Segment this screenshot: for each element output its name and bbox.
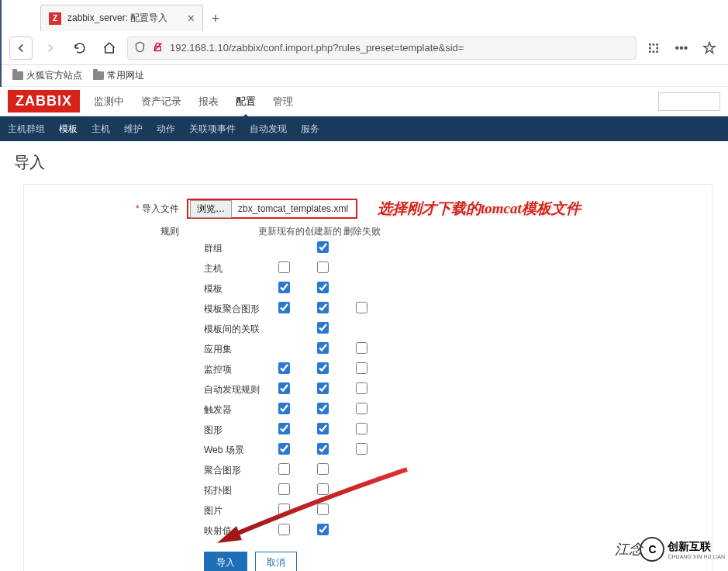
file-input-box[interactable]: 浏览… zbx_tomcat_templates.xml	[187, 199, 357, 219]
rule-checkbox-create[interactable]	[317, 282, 329, 293]
page-title: 导入	[0, 141, 728, 184]
star-icon[interactable]	[699, 37, 720, 59]
shield-icon[interactable]	[134, 41, 146, 55]
rule-checkbox-create[interactable]	[317, 342, 329, 354]
rule-row: Web 场景	[32, 440, 704, 460]
rule-label: 群组	[32, 242, 264, 255]
rule-checkbox-create[interactable]	[317, 302, 329, 313]
rule-checkbox-create[interactable]	[317, 443, 329, 455]
svg-rect-7	[649, 50, 651, 53]
close-tab-icon[interactable]: ×	[188, 12, 195, 26]
rule-checkbox-delete[interactable]	[356, 443, 367, 455]
svg-rect-5	[649, 47, 651, 49]
sub-nav-item[interactable]: 关联项事件	[189, 123, 236, 136]
rule-checkbox-create[interactable]	[317, 504, 329, 515]
rule-checkbox-update[interactable]	[278, 362, 290, 374]
rule-checkbox-update[interactable]	[278, 282, 290, 293]
rule-checkbox-create[interactable]	[317, 403, 329, 414]
sub-nav-item[interactable]: 服务	[301, 123, 319, 136]
reload-button[interactable]	[68, 36, 91, 60]
rule-row: 图片	[32, 500, 704, 521]
qr-icon[interactable]	[643, 37, 664, 59]
rule-checkbox-update[interactable]	[278, 463, 290, 475]
rule-row: 拓扑图	[32, 480, 704, 500]
sub-nav-item[interactable]: 模板	[59, 123, 78, 136]
rule-checkbox-update[interactable]	[278, 261, 290, 273]
svg-rect-9	[656, 50, 658, 53]
rule-row: 模板	[32, 279, 704, 299]
rule-row: 聚合图形	[32, 460, 704, 480]
sub-nav-item[interactable]: 动作	[157, 123, 175, 136]
url-text: 192.168.1.10/zabbix/conf.import.php?rule…	[170, 42, 630, 54]
rule-checkbox-create[interactable]	[317, 241, 329, 253]
back-button[interactable]	[9, 36, 33, 60]
cancel-button[interactable]: 取消	[255, 552, 297, 571]
browse-button[interactable]: 浏览…	[190, 200, 232, 218]
folder-icon	[12, 71, 23, 80]
col-create: 创建新的	[305, 225, 343, 238]
import-button[interactable]: 导入	[204, 552, 247, 571]
rule-checkbox-create[interactable]	[317, 261, 329, 273]
main-nav-item[interactable]: 管理	[273, 95, 293, 109]
rule-checkbox-update[interactable]	[278, 403, 290, 414]
more-icon[interactable]: •••	[671, 37, 692, 59]
sub-nav-item[interactable]: 维护	[124, 123, 143, 136]
rule-label: 聚合图形	[32, 464, 264, 477]
new-tab-button[interactable]: +	[203, 6, 228, 31]
rule-checkbox-delete[interactable]	[356, 382, 367, 394]
main-nav-item[interactable]: 报表	[198, 95, 219, 109]
rule-checkbox-delete[interactable]	[356, 403, 367, 414]
rule-checkbox-create[interactable]	[317, 423, 329, 434]
rule-checkbox-create[interactable]	[317, 362, 329, 374]
rule-checkbox-update[interactable]	[278, 443, 290, 455]
home-button[interactable]	[98, 36, 121, 60]
rule-checkbox-create[interactable]	[317, 463, 329, 475]
header-search[interactable]	[658, 92, 720, 111]
rule-row: 触发器	[32, 400, 704, 420]
rule-label: 监控项	[32, 363, 264, 376]
rule-row: 监控项	[32, 359, 704, 379]
main-nav-item[interactable]: 配置	[236, 95, 256, 109]
bookmark-bar: 火狐官方站点 常用网址	[2, 65, 728, 87]
sub-nav-item[interactable]: 主机群组	[8, 123, 45, 136]
rule-row: 自动发现规则	[32, 379, 704, 400]
rule-row: 模板聚合图形	[32, 299, 704, 319]
selected-filename: zbx_tomcat_templates.xml	[232, 203, 354, 214]
watermark-brand: C 创新互联 CHUANG XIN HU LIAN	[640, 537, 725, 562]
rule-checkbox-delete[interactable]	[356, 362, 367, 374]
rule-checkbox-update[interactable]	[278, 504, 290, 515]
rule-checkbox-delete[interactable]	[356, 342, 367, 354]
rule-checkbox-update[interactable]	[278, 483, 290, 495]
rule-checkbox-update[interactable]	[278, 524, 290, 535]
rule-checkbox-update[interactable]	[278, 382, 290, 394]
main-nav-item[interactable]: 监测中	[94, 95, 124, 109]
rule-checkbox-update[interactable]	[278, 423, 290, 434]
rule-label: 拓扑图	[32, 484, 264, 497]
tab-bar: Z zabbix_server: 配置导入 × +	[2, 0, 728, 31]
rule-checkbox-delete[interactable]	[356, 302, 367, 313]
rule-checkbox-create[interactable]	[317, 483, 329, 495]
rule-label: 模板间的关联	[32, 323, 264, 336]
bookmark-item[interactable]: 常用网址	[93, 69, 144, 82]
sub-nav-item[interactable]: 自动发现	[250, 123, 287, 136]
rule-label: 图片	[32, 504, 264, 517]
rule-checkbox-update[interactable]	[278, 302, 290, 313]
sub-nav-item[interactable]: 主机	[91, 123, 110, 136]
rule-checkbox-create[interactable]	[317, 382, 329, 394]
zabbix-logo[interactable]: ZABBIX	[8, 90, 80, 112]
url-bar[interactable]: 192.168.1.10/zabbix/conf.import.php?rule…	[127, 36, 637, 60]
bookmark-item[interactable]: 火狐官方站点	[12, 69, 82, 82]
rule-label: 映射值	[32, 524, 264, 538]
rule-label: 应用集	[32, 343, 264, 356]
svg-rect-3	[653, 43, 655, 46]
main-nav-item[interactable]: 资产记录	[141, 95, 181, 109]
rule-checkbox-create[interactable]	[317, 524, 329, 535]
svg-rect-4	[656, 43, 658, 46]
rule-checkbox-delete[interactable]	[356, 423, 367, 434]
rule-checkbox-create[interactable]	[317, 322, 329, 334]
browser-tab[interactable]: Z zabbix_server: 配置导入 ×	[40, 5, 203, 31]
watermark-signature: 江念	[615, 540, 643, 559]
svg-rect-2	[649, 43, 651, 46]
rule-label: 主机	[32, 262, 264, 275]
zabbix-favicon: Z	[49, 12, 61, 25]
